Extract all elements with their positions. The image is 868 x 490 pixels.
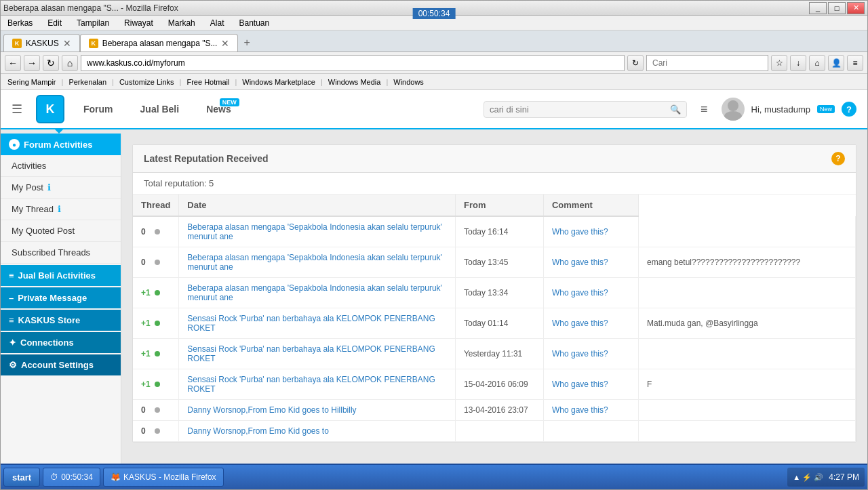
window-controls[interactable]: _ □ ✕ bbox=[809, 2, 865, 14]
menu-alat[interactable]: Alat bbox=[206, 17, 229, 29]
from-link[interactable]: Who gave this? bbox=[552, 380, 608, 389]
from-link[interactable]: Who gave this? bbox=[552, 319, 608, 328]
sidebar: ● Forum Activities Activities My Post ℹ … bbox=[1, 134, 121, 464]
thread-link[interactable]: Sensasi Rock 'Purba' nan berbahaya ala K… bbox=[187, 375, 435, 394]
comment-cell-2 bbox=[638, 278, 855, 308]
minimize-button[interactable]: _ bbox=[809, 2, 827, 14]
sidebar-pm-header[interactable]: – Private Message bbox=[1, 287, 121, 308]
maximize-button[interactable]: □ bbox=[828, 2, 846, 14]
menu-bantuan[interactable]: Bantuan bbox=[235, 17, 273, 29]
nav-news[interactable]: News NEW bbox=[201, 101, 237, 117]
header-search-icon[interactable]: 🔍 bbox=[670, 104, 681, 115]
thread-link[interactable]: Sensasi Rock 'Purba' nan berbahaya ala K… bbox=[187, 314, 435, 333]
sidebar-activities-label: Activities bbox=[12, 161, 46, 171]
date-cell-4: Yesterday 11:31 bbox=[455, 339, 543, 369]
close-button[interactable]: ✕ bbox=[847, 2, 865, 14]
reputation-panel: Latest Reputation Received ? Total reput… bbox=[132, 144, 856, 443]
thread-cell-5: Sensasi Rock 'Purba' nan berbahaya ala K… bbox=[179, 369, 456, 400]
panel-help-button[interactable]: ? bbox=[831, 152, 845, 165]
my-thread-info-icon[interactable]: ℹ bbox=[58, 204, 61, 214]
table-row: +1 Beberapa alasan mengapa 'Sepakbola In… bbox=[133, 278, 856, 308]
thread-link[interactable]: Sensasi Rock 'Purba' nan berbahaya ala K… bbox=[187, 344, 435, 363]
header-search-input[interactable] bbox=[490, 104, 666, 115]
tab-kaskus-close[interactable]: ✕ bbox=[63, 38, 71, 49]
taskbar-icon1: ⏱ bbox=[50, 472, 58, 482]
bookmark-customize[interactable]: Customize Links bbox=[117, 77, 177, 87]
menu-markah[interactable]: Markah bbox=[164, 17, 199, 29]
bookmark-media[interactable]: Windows Media bbox=[326, 77, 384, 87]
refresh-button[interactable]: ↻ bbox=[43, 55, 59, 71]
header-menu-icon[interactable]: ≡ bbox=[701, 102, 708, 117]
sidebar-item-activities[interactable]: Activities bbox=[1, 155, 121, 177]
hamburger-button[interactable]: ☰ bbox=[12, 102, 22, 117]
sidebar-store-header[interactable]: ≡ KASKUS Store bbox=[1, 310, 121, 331]
kaskus-favicon: K bbox=[12, 39, 22, 48]
tab-kaskus-label: KASKUS bbox=[26, 39, 59, 48]
menu-button[interactable]: ≡ bbox=[847, 55, 863, 71]
sidebar-item-my-quoted-post[interactable]: My Quoted Post bbox=[1, 220, 121, 242]
main-layout: ● Forum Activities Activities My Post ℹ … bbox=[1, 134, 867, 464]
from-link[interactable]: Who gave this? bbox=[552, 349, 608, 359]
home-btn2[interactable]: ⌂ bbox=[809, 55, 825, 71]
start-button[interactable]: start bbox=[3, 468, 40, 487]
taskbar-window1[interactable]: ⏱ 00:50:34 bbox=[43, 468, 100, 487]
score-cell-1: 0 bbox=[133, 247, 179, 278]
search-input[interactable] bbox=[646, 55, 768, 71]
sidebar-connections-header[interactable]: ✦ Connections bbox=[1, 332, 121, 353]
thread-link[interactable]: Beberapa alasan mengapa 'Sepakbola Indon… bbox=[187, 253, 442, 272]
from-link[interactable]: Who gave this? bbox=[552, 288, 608, 298]
from-link[interactable]: Who gave this? bbox=[552, 258, 608, 267]
bookmark-perkenalan[interactable]: Perkenalan bbox=[66, 77, 109, 87]
sidebar-item-my-thread[interactable]: My Thread ℹ bbox=[1, 199, 121, 220]
sidebar-account-header[interactable]: ⚙ Account Settings bbox=[1, 354, 121, 375]
thread-link[interactable]: Danny Worsnop,From Emo Kid goes to bbox=[187, 426, 329, 436]
menu-tampilan[interactable]: Tampilan bbox=[73, 17, 113, 29]
forum-activities-label: Forum Activities bbox=[24, 140, 92, 150]
bookmark-windows[interactable]: Windows bbox=[391, 77, 427, 87]
tab-active-close[interactable]: ✕ bbox=[221, 38, 229, 49]
thread-cell-0: Beberapa alasan mengapa 'Sepakbola Indon… bbox=[179, 216, 456, 247]
menu-berkas[interactable]: Berkas bbox=[3, 17, 37, 29]
address-bar: ← → ↻ ⌂ ↻ ☆ ↓ ⌂ 👤 ≡ bbox=[1, 52, 867, 74]
nav-jualbeli[interactable]: Jual Beli bbox=[135, 101, 185, 117]
svg-point-1 bbox=[724, 111, 742, 121]
menu-edit[interactable]: Edit bbox=[43, 17, 66, 29]
new-tab-button[interactable]: + bbox=[238, 34, 255, 52]
sidebar-forum-activities-header[interactable]: ● Forum Activities bbox=[1, 134, 121, 155]
score-value: +1 bbox=[141, 319, 152, 328]
forward-button[interactable]: → bbox=[24, 55, 40, 71]
forum-activities-icon: ● bbox=[9, 139, 20, 150]
home-button[interactable]: ⌂ bbox=[62, 55, 78, 71]
person-button[interactable]: 👤 bbox=[828, 55, 844, 71]
menu-riwayat[interactable]: Riwayat bbox=[120, 17, 157, 29]
back-button[interactable]: ← bbox=[5, 55, 21, 71]
bookmark-sering-mampir[interactable]: Sering Mampir bbox=[5, 77, 59, 87]
nav-forum[interactable]: Forum bbox=[78, 101, 119, 117]
download-button[interactable]: ↓ bbox=[790, 55, 806, 71]
from-link[interactable]: Who gave this? bbox=[552, 405, 608, 415]
from-cell-5: Who gave this? bbox=[543, 369, 638, 400]
sidebar-jualbeli-header[interactable]: ≡ Jual Beli Activities bbox=[1, 265, 121, 286]
jualbeli-icon: ≡ bbox=[9, 270, 14, 281]
user-avatar bbox=[722, 98, 745, 121]
kaskus-logo[interactable]: K bbox=[36, 95, 64, 123]
taskbar-window2[interactable]: 🦊 KASKUS - Mozilla Firefox bbox=[103, 468, 224, 487]
app-content: ☰ K Forum Jual Beli News NEW 🔍 ≡ Hi, mus… bbox=[1, 90, 867, 464]
table-row: 0 Beberapa alasan mengapa 'Sepakbola Ind… bbox=[133, 247, 856, 278]
thread-link[interactable]: Beberapa alasan mengapa 'Sepakbola Indon… bbox=[187, 283, 442, 302]
url-input[interactable] bbox=[81, 55, 625, 71]
bookmark-marketplace[interactable]: Windows Marketplace bbox=[239, 77, 318, 87]
bookmark-hotmail[interactable]: Free Hotmail bbox=[184, 77, 232, 87]
bookmark-star[interactable]: ☆ bbox=[771, 55, 787, 71]
thread-link[interactable]: Danny Worsnop,From Emo Kid goes to Hillb… bbox=[187, 405, 356, 415]
from-link[interactable]: Who gave this? bbox=[552, 227, 608, 237]
thread-link[interactable]: Beberapa alasan mengapa 'Sepakbola Indon… bbox=[187, 222, 442, 241]
from-cell-3: Who gave this? bbox=[543, 308, 638, 339]
sidebar-item-my-post[interactable]: My Post ℹ bbox=[1, 177, 121, 199]
help-icon[interactable]: ? bbox=[842, 102, 856, 117]
my-post-info-icon[interactable]: ℹ bbox=[47, 182, 51, 192]
tab-kaskus[interactable]: K KASKUS ✕ bbox=[3, 34, 80, 52]
tab-active[interactable]: K Beberapa alasan mengapa "S... ✕ bbox=[80, 34, 239, 52]
sidebar-item-subscribed-threads[interactable]: Subscribed Threads bbox=[1, 242, 121, 264]
refresh-url-button[interactable]: ↻ bbox=[627, 55, 644, 71]
